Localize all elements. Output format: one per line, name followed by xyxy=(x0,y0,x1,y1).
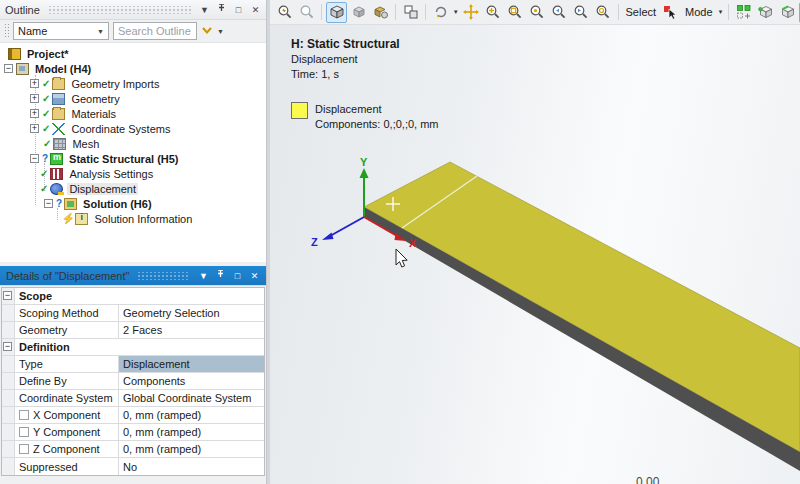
tree-item-project[interactable]: Project* xyxy=(0,46,266,61)
search-input[interactable] xyxy=(113,22,197,40)
tree-item-mesh[interactable]: ✓ Mesh xyxy=(0,136,266,151)
select-vertex-button[interactable] xyxy=(755,2,776,23)
chevron-down-icon: ▼ xyxy=(97,28,104,35)
details-row: Coordinate System Global Coordinate Syst… xyxy=(2,390,264,407)
expand-box[interactable]: + xyxy=(30,124,39,133)
outline-panel: Outline ▼ □ ✕ Name ▼ xyxy=(0,0,266,262)
zoom-fit-button[interactable] xyxy=(527,2,548,23)
legend-components: Components: 0,;0,;0, mm xyxy=(315,117,439,132)
panel-texture xyxy=(48,6,191,14)
property-label: Scoping Method xyxy=(19,307,99,319)
zoom-origin-button[interactable] xyxy=(593,2,614,23)
property-value[interactable]: 0, mm (ramped) xyxy=(119,407,264,423)
check-icon: ✓ xyxy=(42,123,50,134)
graphics-viewport[interactable]: Y Z X H: Static Structural Displacement … xyxy=(270,25,800,484)
solution-information-icon xyxy=(75,213,88,225)
maximize-icon[interactable]: □ xyxy=(232,270,243,281)
collapse-box[interactable]: − xyxy=(4,64,13,73)
viewports-button[interactable] xyxy=(400,2,421,23)
previous-view-button[interactable] xyxy=(274,2,295,23)
mouse-cursor xyxy=(396,249,407,267)
result-annotation: H: Static Structural Displacement Time: … xyxy=(291,37,400,82)
property-label: Suppressed xyxy=(19,461,78,473)
analysis-title: H: Static Structural xyxy=(291,37,400,52)
property-value[interactable]: 0, mm (ramped) xyxy=(119,441,264,457)
property-value[interactable]: Geometry Selection xyxy=(119,305,264,321)
expand-box[interactable]: + xyxy=(30,94,39,103)
collapse-box[interactable]: − xyxy=(3,291,12,300)
property-value[interactable]: No xyxy=(119,458,264,475)
checkbox[interactable] xyxy=(19,410,29,420)
pin-icon[interactable] xyxy=(216,4,227,15)
rotate-dropdown-icon[interactable]: ▾ xyxy=(454,8,458,16)
tree-item-solution[interactable]: − ? Solution (H6) xyxy=(0,196,266,211)
check-icon: ✓ xyxy=(42,78,50,89)
plate-top-face xyxy=(364,162,800,452)
details-row: Scoping Method Geometry Selection xyxy=(2,305,264,322)
filter-field-dropdown[interactable]: Name ▼ xyxy=(13,22,109,40)
property-value[interactable]: Global Coordinate System xyxy=(119,390,264,406)
outline-tree: Project* − Model (H4) + ✓ Geometry Impor… xyxy=(0,42,266,262)
solution-icon xyxy=(64,198,77,210)
collapse-box[interactable]: − xyxy=(30,154,39,163)
legend-color-swatch xyxy=(291,102,308,119)
box-zoom-button[interactable] xyxy=(505,2,526,23)
axis-z xyxy=(330,217,364,236)
tree-item-analysis-settings[interactable]: ✓ Analysis Settings xyxy=(0,166,266,181)
check-icon: ✓ xyxy=(42,108,50,119)
tree-item-static-structural[interactable]: − ? Static Structural (H5) xyxy=(0,151,266,166)
tree-item-coordinate-systems[interactable]: + ✓ Coordinate Systems xyxy=(0,121,266,136)
legend-title: Displacement xyxy=(315,102,439,117)
property-value[interactable]: Components xyxy=(119,373,264,389)
property-value-selected[interactable]: Displacement xyxy=(119,356,264,372)
tree-item-displacement[interactable]: ✓ Displacement xyxy=(0,181,266,196)
tree-item-model[interactable]: − Model (H4) xyxy=(0,61,266,76)
select-edge-button[interactable] xyxy=(777,2,798,23)
expand-box[interactable]: + xyxy=(30,109,39,118)
tree-item-geometry-imports[interactable]: + ✓ Geometry Imports xyxy=(0,76,266,91)
graphics-toolbar: ▾ Select xyxy=(270,0,800,25)
property-value[interactable]: 2 Faces xyxy=(119,322,264,338)
look-at-face-button[interactable] xyxy=(348,2,369,23)
maximize-icon[interactable]: □ xyxy=(233,4,244,15)
details-row: Geometry 2 Faces xyxy=(2,322,264,339)
view-manager-button[interactable] xyxy=(370,2,391,23)
next-view-button[interactable] xyxy=(296,2,317,23)
check-icon: ✓ xyxy=(40,168,48,179)
extend-selection-button[interactable] xyxy=(733,2,754,23)
details-row: Suppressed No xyxy=(2,458,264,475)
isometric-view-button[interactable] xyxy=(326,2,347,23)
checkbox[interactable] xyxy=(19,427,29,437)
lightning-icon: ⚡ xyxy=(62,213,74,224)
checkbox[interactable] xyxy=(19,444,29,454)
expand-box[interactable]: + xyxy=(30,79,39,88)
filter-options-icon[interactable]: ▼ xyxy=(217,28,224,35)
ruler-zero-label: 0.00 xyxy=(636,475,659,484)
pan-button[interactable] xyxy=(461,2,482,23)
collapse-box[interactable]: − xyxy=(44,199,53,208)
tree-item-materials[interactable]: + ✓ Materials xyxy=(0,106,266,121)
zoom-previous-button[interactable] xyxy=(549,2,570,23)
drag-grip[interactable] xyxy=(4,23,9,39)
close-icon[interactable]: ✕ xyxy=(250,4,261,15)
mode-dropdown-icon[interactable]: ▾ xyxy=(719,8,723,16)
mode-label[interactable]: Mode xyxy=(682,6,716,18)
category-label: Definition xyxy=(15,339,264,355)
tree-item-solution-information[interactable]: ⚡ Solution Information xyxy=(0,211,266,226)
tree-item-geometry[interactable]: + ✓ Geometry xyxy=(0,91,266,106)
expand-search-icon[interactable] xyxy=(201,25,213,37)
close-icon[interactable]: ✕ xyxy=(249,270,260,281)
select-mode-icon[interactable] xyxy=(660,2,681,23)
pin-icon[interactable] xyxy=(215,270,226,281)
zoom-next-button[interactable] xyxy=(571,2,592,23)
window-menu-icon[interactable]: ▼ xyxy=(199,4,210,15)
axis-z-label: Z xyxy=(311,236,318,248)
window-menu-icon[interactable]: ▼ xyxy=(198,270,209,281)
collapse-box[interactable]: − xyxy=(3,342,12,351)
check-icon: ✓ xyxy=(43,138,51,149)
rotate-button[interactable] xyxy=(430,2,451,23)
axis-y-arrow xyxy=(360,168,369,178)
property-value[interactable]: 0, mm (ramped) xyxy=(119,424,264,440)
details-table: − Scope Scoping Method Geometry Selectio… xyxy=(1,287,265,476)
zoom-in-out-button[interactable] xyxy=(483,2,504,23)
